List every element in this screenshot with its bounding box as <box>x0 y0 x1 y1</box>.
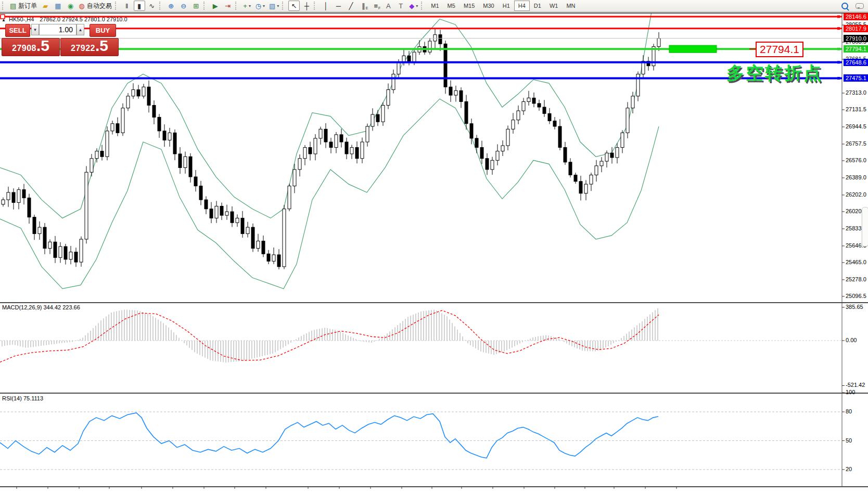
rsi-indicator-label: RSI(14) 75.1113 <box>2 395 43 401</box>
sell-price: 27908 <box>12 44 36 53</box>
price-tag-label: 28017.9 <box>844 25 868 32</box>
price-tag-label: 27475.1 <box>844 74 868 82</box>
macd-axis-label: -521.42 <box>846 382 865 388</box>
price-tick-label: 27131.5 <box>846 106 866 112</box>
macd-axis-label: 385.65 <box>846 304 863 310</box>
axis-ticks <box>17 25 845 489</box>
buy-price-pips: .5 <box>95 38 108 53</box>
sell-button[interactable]: SELL <box>5 24 30 37</box>
price-tick-label: 27313.0 <box>846 89 866 96</box>
buy-button[interactable]: BUY <box>90 24 116 37</box>
ohlc-values: 27862.0 27924.5 27801.0 27910.0 <box>40 16 127 22</box>
rsi-axis-label: 50 <box>846 437 852 444</box>
price-tick-label: 25465.0 <box>846 259 866 265</box>
price-tag-label: 27910.0 <box>844 35 868 42</box>
collapse-panel-icon[interactable]: ▲ <box>2 18 6 22</box>
price-callout-label[interactable]: 27794.1 <box>756 42 803 57</box>
price-tick-label: 25096.5 <box>846 293 866 299</box>
chart-window[interactable]: ▲ HK50-,H4 27862.0 27924.5 27801.0 27910… <box>0 12 868 494</box>
price-tick-label: 26389.0 <box>846 174 866 180</box>
vertical-scrollbar[interactable] <box>862 207 868 246</box>
price-tag-label: 27648.6 <box>844 59 868 66</box>
chart-header: ▲ HK50-,H4 27862.0 27924.5 27801.0 27910… <box>2 16 127 22</box>
candles <box>2 28 660 269</box>
volume-input[interactable] <box>39 24 76 35</box>
sell-price-box[interactable]: 27908 .5 <box>2 38 60 56</box>
volume-stepper: ▼ ▲ <box>31 24 84 35</box>
price-tick-label: 26757.5 <box>846 140 866 147</box>
chinese-annotation: 多空转折点 <box>726 61 823 85</box>
macd-pane[interactable] <box>0 308 842 362</box>
macd-axis-label: 0.00 <box>846 337 857 343</box>
rsi-pane[interactable] <box>0 412 842 470</box>
price-tick-label: 25278.0 <box>846 276 866 282</box>
rsi-axis-label: 100 <box>846 389 855 395</box>
rsi-axis-label: 80 <box>846 408 852 414</box>
price-tag-label: 28146.6 <box>844 13 868 20</box>
sell-price-pips: .5 <box>36 38 49 53</box>
price-tag-label: 27794.1 <box>844 45 868 53</box>
volume-decrease-button[interactable]: ▼ <box>31 24 39 35</box>
volume-increase-button[interactable]: ▲ <box>76 24 84 35</box>
price-tick-label: 26944.5 <box>846 123 866 129</box>
green-rectangle-object[interactable] <box>669 45 717 53</box>
buy-price: 27922 <box>71 44 95 53</box>
price-tick-label: 26202.0 <box>846 191 866 198</box>
symbol-period: HK50-,H4 <box>9 16 34 22</box>
buy-price-box[interactable]: 27922 .5 <box>60 38 119 56</box>
macd-indicator-label: MACD(12,26,9) 344.42 223.66 <box>2 304 80 310</box>
price-tick-label: 26576.0 <box>846 157 866 163</box>
rsi-axis-label: 20 <box>846 466 852 472</box>
